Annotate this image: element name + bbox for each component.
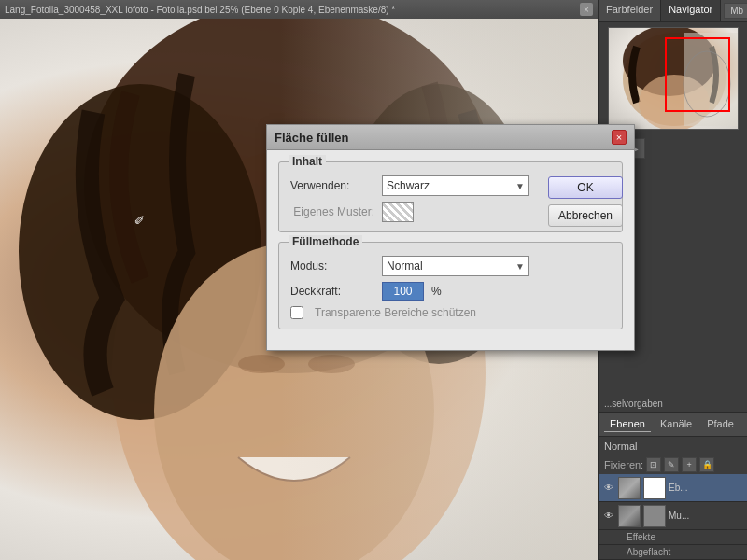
modus-select-wrapper: Normal Auflösen Abdunkeln Multiplizieren…	[382, 256, 529, 276]
layer-label-2: Mu...	[669, 511, 744, 521]
tab-farbfelder[interactable]: Farbfelder	[599, 0, 661, 21]
modus-label: Modus:	[290, 259, 374, 273]
deckkraft-row: Deckkraft: %	[290, 282, 529, 301]
deckkraft-label: Deckkraft:	[290, 285, 374, 298]
tab-pfade[interactable]: Pfade	[701, 416, 740, 432]
verwenden-label: Verwenden:	[290, 179, 374, 192]
fuellmethode-section: Füllmethode Modus: Normal Auflösen Abdun…	[278, 242, 623, 329]
layer-thumbnail-1	[618, 477, 641, 499]
blend-mode-display: Normal	[599, 437, 747, 455]
layers-panel-header: Ebenen Kanäle Pfade	[599, 412, 747, 437]
eigenes-muster-row: Eigenes Muster:	[290, 202, 529, 222]
layer-label-1: Eb...	[669, 483, 744, 493]
tab-navigator[interactable]: Navigator	[661, 0, 721, 21]
tab-ebenen[interactable]: Ebenen	[604, 416, 651, 432]
modus-row: Modus: Normal Auflösen Abdunkeln Multipl…	[290, 256, 529, 276]
layer-abgeflacht: Abgeflacht	[599, 545, 747, 560]
lock-paint-icon[interactable]: ✎	[664, 457, 679, 472]
dialog-buttons: OK Abbrechen	[548, 176, 623, 227]
transparenz-row: Transparente Bereiche schützen	[290, 306, 529, 319]
title-bar-text: Lang_Fotolia_3000458_XXL iofoto - Fotoli…	[5, 5, 395, 15]
right-panel-tabs: Farbfelder Navigator Mb	[599, 0, 747, 22]
lock-all-icon[interactable]: +	[682, 457, 697, 472]
title-bar-close-button[interactable]: ×	[580, 3, 593, 16]
lock-icon[interactable]: 🔒	[699, 457, 714, 472]
dialog-body: Inhalt Verwenden: Schwarz Weiß Farbe... …	[267, 150, 634, 350]
percent-label: %	[431, 285, 442, 298]
verwenden-select-wrapper: Schwarz Weiß Farbe... Hintergrundfarbe V…	[382, 175, 529, 196]
layers-controls: Fixieren: ⊡ ✎ + 🔒	[599, 455, 747, 474]
layer-mask-thumbnail-2	[643, 505, 666, 527]
inhalt-section-label: Inhalt	[289, 155, 326, 168]
transparenz-checkbox[interactable]	[290, 306, 303, 319]
deckkraft-input[interactable]	[382, 282, 424, 301]
layer-visibility-icon-1[interactable]: 👁	[602, 482, 615, 495]
layer-mask-thumbnail-1	[643, 477, 666, 499]
title-bar: Lang_Fotolia_3000458_XXL iofoto - Fotoli…	[0, 0, 598, 19]
navigator-viewport-box	[665, 37, 730, 112]
dialog-close-button[interactable]: ×	[612, 130, 627, 145]
muster-preview[interactable]	[382, 202, 414, 222]
cancel-button[interactable]: Abbrechen	[548, 204, 623, 227]
verwenden-row: Verwenden: Schwarz Weiß Farbe... Hinterg…	[290, 175, 529, 196]
ok-button[interactable]: OK	[548, 176, 623, 199]
verwenden-select[interactable]: Schwarz Weiß Farbe... Hintergrundfarbe V…	[382, 175, 529, 196]
layer-row-selected[interactable]: 👁 Eb...	[599, 474, 747, 502]
dialog-title-bar: Fläche füllen ×	[267, 125, 634, 150]
layers-panel: ...selvorgaben Ebenen Kanäle Pfade Norma…	[599, 396, 747, 560]
layer-row-2[interactable]: 👁 Mu...	[599, 502, 747, 530]
fixieren-label: Fixieren:	[604, 459, 643, 470]
pinsel-vorgaben-label: ...selvorgaben	[599, 396, 747, 412]
layer-visibility-icon-2[interactable]: 👁	[602, 510, 615, 523]
transparenz-label: Transparente Bereiche schützen	[315, 306, 476, 319]
lock-position-icon[interactable]: ⊡	[646, 457, 661, 472]
eigenes-muster-label: Eigenes Muster:	[290, 205, 374, 218]
modus-select[interactable]: Normal Auflösen Abdunkeln Multiplizieren	[382, 256, 529, 276]
svg-point-5	[238, 355, 285, 373]
navigator-preview	[608, 27, 739, 130]
dialog-title: Fläche füllen	[275, 131, 348, 145]
tab-kanaele[interactable]: Kanäle	[655, 416, 698, 432]
fuellmethode-section-label: Füllmethode	[289, 235, 362, 248]
flaeche-fuellen-dialog: Fläche füllen × Inhalt Verwenden: Schwar…	[266, 124, 635, 351]
mb-button[interactable]: Mb	[724, 3, 747, 19]
layer-effekte: Effekte	[599, 530, 747, 545]
layer-thumbnail-2	[618, 505, 641, 527]
